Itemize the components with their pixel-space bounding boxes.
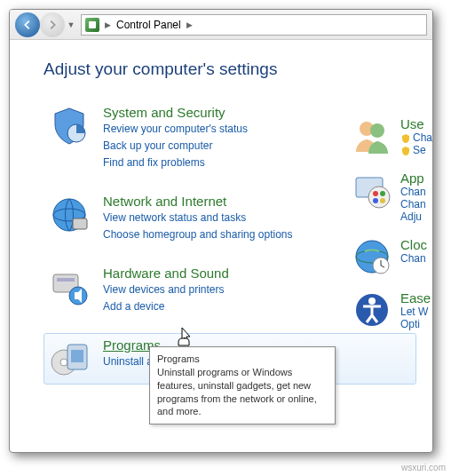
category-ease-of-access[interactable]: Ease Let W Opti — [352, 290, 432, 330]
breadcrumb-sep-icon: ▶ — [105, 20, 111, 29]
appearance-icon — [352, 171, 392, 210]
category-link[interactable]: Let W — [400, 305, 431, 318]
category-title[interactable]: System and Security — [103, 105, 248, 120]
category-title[interactable]: App — [400, 171, 426, 186]
category-title[interactable]: Ease — [400, 290, 431, 305]
category-link[interactable]: View devices and printers — [103, 282, 229, 298]
programs-icon — [48, 337, 91, 380]
category-appearance[interactable]: App Chan Chan Adju — [352, 171, 432, 223]
svg-point-16 — [380, 191, 385, 196]
address-bar[interactable]: ▶ Control Panel ▶ — [81, 14, 427, 36]
category-title[interactable]: Hardware and Sound — [103, 266, 229, 281]
svg-rect-5 — [57, 278, 75, 282]
cursor-icon — [177, 326, 194, 347]
user-accounts-icon — [352, 116, 392, 155]
svg-point-17 — [373, 198, 378, 203]
category-link[interactable]: Review your computer's status — [103, 121, 248, 137]
category-link[interactable]: Chan — [400, 198, 426, 210]
category-title[interactable]: Use — [400, 116, 432, 131]
category-link[interactable]: Opti — [400, 318, 431, 330]
category-user-accounts[interactable]: Use Cha Se — [352, 116, 432, 156]
tooltip-title: Programs — [157, 353, 328, 366]
shield-icon — [400, 146, 411, 156]
forward-arrow-icon — [46, 19, 59, 31]
category-link[interactable]: Find and fix problems — [103, 155, 248, 171]
right-category-column: Use Cha Se App Chan Chan Adju Cloc Cha — [352, 116, 432, 330]
page-title: Adjust your computer's settings — [44, 60, 416, 79]
nav-buttons: ▼ — [15, 12, 77, 37]
svg-point-23 — [368, 298, 376, 305]
nav-history-dropdown[interactable]: ▼ — [65, 16, 77, 34]
svg-point-18 — [380, 198, 385, 203]
category-link[interactable]: Chan — [400, 252, 427, 265]
network-internet-icon — [48, 194, 91, 236]
category-link[interactable]: Se — [400, 144, 432, 156]
svg-rect-3 — [73, 218, 87, 229]
hardware-sound-icon — [48, 266, 91, 308]
clock-icon — [352, 237, 392, 276]
category-link[interactable]: Choose homegroup and sharing options — [103, 226, 292, 242]
control-panel-icon — [85, 18, 99, 32]
category-title[interactable]: Cloc — [400, 237, 427, 252]
category-link[interactable]: Chan — [400, 186, 426, 198]
shield-icon — [400, 133, 411, 144]
back-button[interactable] — [15, 12, 40, 37]
svg-point-15 — [373, 191, 378, 196]
category-link[interactable]: Cha — [400, 131, 432, 144]
category-link[interactable]: Add a device — [103, 298, 229, 314]
category-link[interactable]: View network status and tasks — [103, 210, 292, 226]
svg-rect-10 — [71, 350, 83, 362]
breadcrumb-sep-icon: ▶ — [186, 20, 193, 29]
category-link[interactable]: Adju — [400, 210, 426, 223]
category-clock[interactable]: Cloc Chan — [352, 237, 432, 276]
category-title[interactable]: Network and Internet — [103, 194, 292, 209]
forward-button[interactable] — [40, 12, 65, 37]
tooltip: Programs Uninstall programs or Windows f… — [149, 346, 336, 424]
system-security-icon — [48, 105, 91, 147]
ease-of-access-icon — [352, 290, 392, 329]
navigation-bar: ▼ ▶ Control Panel ▶ — [10, 10, 432, 40]
svg-point-12 — [370, 123, 384, 138]
svg-point-14 — [368, 186, 390, 208]
breadcrumb-item[interactable]: Control Panel — [116, 19, 181, 31]
watermark: wsxuri.com — [401, 463, 446, 472]
svg-point-8 — [60, 359, 67, 366]
tooltip-body: Uninstall programs or Windows features, … — [157, 367, 317, 417]
category-link[interactable]: Back up your computer — [103, 138, 248, 154]
back-arrow-icon — [21, 19, 34, 31]
